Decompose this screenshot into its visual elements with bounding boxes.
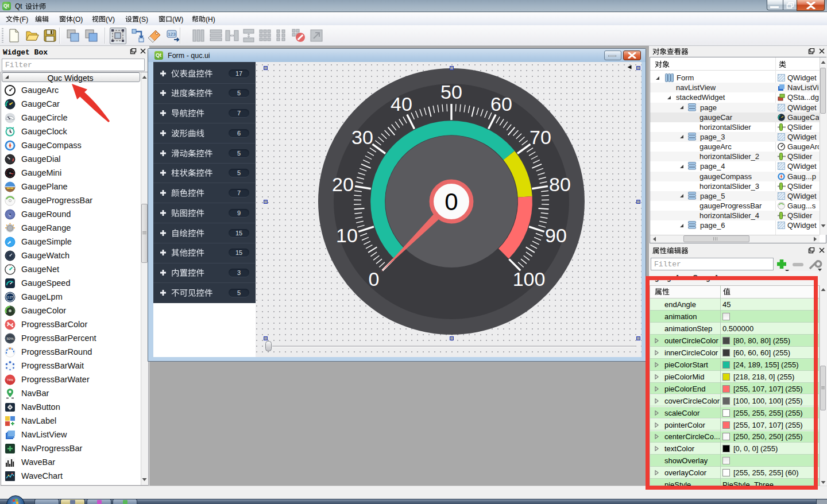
- svg-text:50%: 50%: [6, 337, 14, 340]
- svg-text:0: 0: [445, 188, 458, 215]
- svg-text:2:27: 2:27: [7, 296, 13, 299]
- svg-text:70: 70: [530, 126, 551, 148]
- svg-text:90: 90: [545, 224, 567, 246]
- svg-text:74%: 74%: [7, 378, 13, 382]
- svg-text:20: 20: [332, 173, 354, 195]
- svg-text:60: 60: [490, 93, 512, 115]
- svg-text:0: 0: [369, 268, 380, 290]
- svg-text:50: 50: [440, 81, 462, 103]
- svg-text:30: 30: [351, 126, 373, 148]
- svg-text:80: 80: [549, 173, 571, 195]
- svg-text:123: 123: [168, 32, 176, 37]
- svg-text:100: 100: [513, 268, 546, 290]
- svg-text:40: 40: [391, 93, 412, 115]
- svg-text:10: 10: [336, 224, 358, 246]
